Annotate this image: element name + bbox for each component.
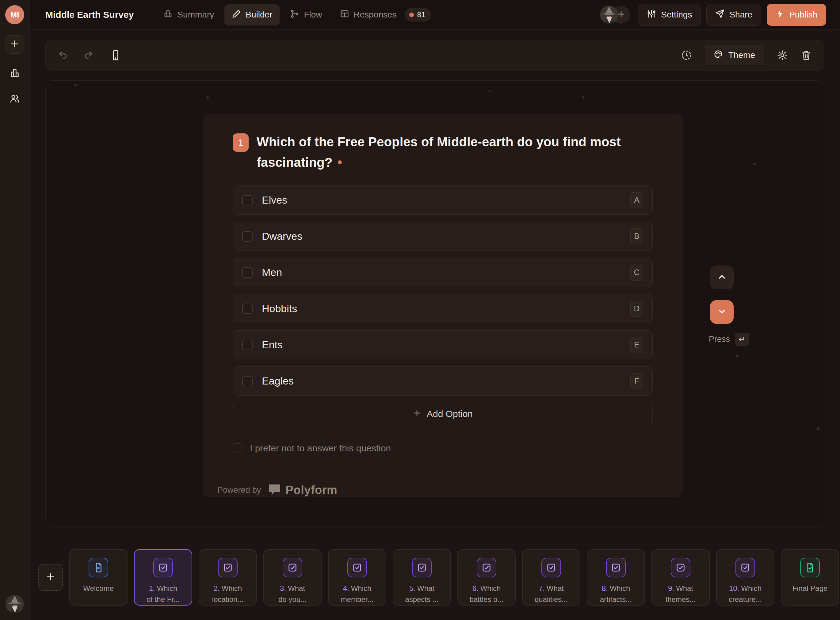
- editor-toolbar: Theme: [45, 40, 824, 71]
- card-footer: Powered by Polyform: [203, 470, 683, 497]
- page-settings-button[interactable]: [777, 50, 788, 61]
- mobile-preview-button[interactable]: [110, 50, 121, 61]
- flow-branch-icon: [290, 9, 299, 21]
- shortcut-key-badge: A: [630, 192, 643, 208]
- required-dot: [338, 160, 342, 164]
- page-card-question-7[interactable]: 7.Whatqualities...: [522, 549, 580, 606]
- page-card-question-4[interactable]: 4.Whichmember...: [328, 549, 386, 606]
- multiple-choice-icon: [347, 558, 367, 577]
- tab-flow[interactable]: Flow: [283, 4, 329, 26]
- settings-button[interactable]: Settings: [638, 4, 701, 26]
- page-card-question-3[interactable]: 3.Whatdo you...: [263, 549, 322, 606]
- chevron-up-icon: [717, 272, 727, 283]
- lightning-bolt-icon: [775, 9, 784, 20]
- version-history-button[interactable]: [681, 50, 692, 61]
- next-question-button[interactable]: [710, 300, 733, 324]
- question-card: 1 Which of the Free Peoples of Middle-ea…: [203, 114, 683, 497]
- form-canvas: 1 Which of the Free Peoples of Middle-ea…: [45, 80, 824, 527]
- shortcut-key-badge: C: [630, 265, 643, 281]
- checkbox-icon[interactable]: [242, 340, 252, 350]
- shortcut-key-badge: F: [630, 373, 643, 389]
- page-card-question-2[interactable]: 2.Whichlocation...: [199, 549, 257, 606]
- option-row[interactable]: Elves A: [233, 185, 653, 215]
- audience-nav-item[interactable]: [9, 93, 20, 105]
- plus-icon: [46, 572, 55, 582]
- multiple-choice-icon: [735, 558, 755, 577]
- shortcut-key-badge: D: [630, 301, 643, 317]
- option-row[interactable]: Eagles F: [233, 366, 653, 396]
- multiple-choice-icon: [671, 558, 690, 577]
- divider: [145, 8, 145, 21]
- users-icon: [9, 93, 20, 105]
- enter-key-icon: ↵: [735, 333, 749, 346]
- page-card-question-1[interactable]: 1.Whichof the Fr...: [134, 549, 192, 606]
- option-row[interactable]: Men C: [233, 258, 653, 287]
- pencil-icon: [232, 9, 241, 21]
- question-title[interactable]: Which of the Free Peoples of Middle-eart…: [257, 131, 625, 173]
- press-enter-hint: Press ↵: [709, 333, 749, 346]
- option-row[interactable]: Hobbits D: [233, 294, 653, 323]
- polyform-brand[interactable]: Polyform: [268, 483, 338, 497]
- redo-button[interactable]: [83, 50, 93, 60]
- delete-page-button[interactable]: [801, 50, 812, 61]
- responses-count-badge: 81: [405, 8, 431, 21]
- multiple-choice-icon: [606, 558, 626, 577]
- shortcut-key-badge: E: [630, 337, 643, 353]
- view-tabs: Summary Builder Flow: [156, 3, 438, 26]
- collaborators: [600, 6, 630, 24]
- table-icon: [340, 9, 349, 21]
- opt-out-row[interactable]: I prefer not to answer this question: [233, 443, 653, 453]
- collaborator-avatar[interactable]: [600, 6, 618, 24]
- document-check-icon: [800, 558, 820, 577]
- page-card-question-5[interactable]: 5.Whataspects ...: [393, 549, 451, 606]
- theme-button[interactable]: Theme: [705, 45, 764, 65]
- option-row[interactable]: Dwarves B: [233, 222, 653, 251]
- checkbox-icon[interactable]: [242, 376, 252, 386]
- page-card-question-8[interactable]: 8.Whichartifacts...: [587, 549, 645, 606]
- create-form-button[interactable]: [6, 35, 24, 54]
- editor-area: Theme: [30, 30, 840, 527]
- multiple-choice-icon: [541, 558, 561, 577]
- bar-chart-icon: [9, 68, 20, 80]
- multiple-choice-icon: [153, 558, 173, 577]
- options-list: Elves A Dwarves B Men C: [233, 185, 653, 425]
- page-card-question-9[interactable]: 9.Whatthemes...: [651, 549, 710, 606]
- add-option-button[interactable]: Add Option: [233, 403, 653, 425]
- chevron-down-icon: [717, 307, 727, 318]
- option-row[interactable]: Ents E: [233, 330, 653, 360]
- plus-icon: [413, 409, 421, 420]
- checkbox-icon[interactable]: [242, 195, 252, 205]
- top-bar: Middle Earth Survey Summary Builder: [30, 0, 840, 30]
- page-card-welcome[interactable]: Welcome: [69, 549, 128, 606]
- share-button[interactable]: Share: [706, 4, 761, 26]
- plus-icon: [10, 39, 19, 50]
- multiple-choice-icon: [412, 558, 432, 577]
- left-rail: MI: [0, 0, 30, 620]
- previous-question-button[interactable]: [710, 266, 733, 289]
- publish-button[interactable]: Publish: [767, 4, 826, 26]
- checkbox-icon[interactable]: [242, 304, 252, 314]
- form-title[interactable]: Middle Earth Survey: [45, 9, 134, 20]
- page-card-final[interactable]: Final Page: [781, 549, 839, 606]
- checkbox-icon[interactable]: [242, 231, 252, 242]
- workspace-avatar[interactable]: MI: [5, 5, 24, 24]
- document-icon: [89, 558, 108, 577]
- polyform-logo-icon: [268, 483, 281, 497]
- user-avatar[interactable]: [6, 595, 24, 613]
- add-page-button[interactable]: [38, 564, 63, 591]
- sliders-icon: [647, 9, 656, 21]
- tab-summary[interactable]: Summary: [156, 4, 221, 26]
- new-responses-dot: [409, 12, 414, 17]
- checkbox-icon[interactable]: [242, 267, 252, 278]
- undo-button[interactable]: [58, 50, 68, 60]
- pages-bar: Welcome 1.Whichof the Fr... 2.Whichlocat…: [30, 527, 840, 620]
- multiple-choice-icon: [477, 558, 496, 577]
- page-card-question-10[interactable]: 10.Whichcreature...: [716, 549, 774, 606]
- checkbox-icon[interactable]: [233, 443, 242, 453]
- bar-chart-icon: [164, 9, 173, 21]
- tab-responses[interactable]: Responses 81: [333, 3, 439, 26]
- tab-builder[interactable]: Builder: [224, 4, 279, 26]
- analytics-nav-item[interactable]: [9, 68, 20, 80]
- send-icon: [715, 9, 724, 21]
- page-card-question-6[interactable]: 6.Whichbattles o...: [457, 549, 515, 606]
